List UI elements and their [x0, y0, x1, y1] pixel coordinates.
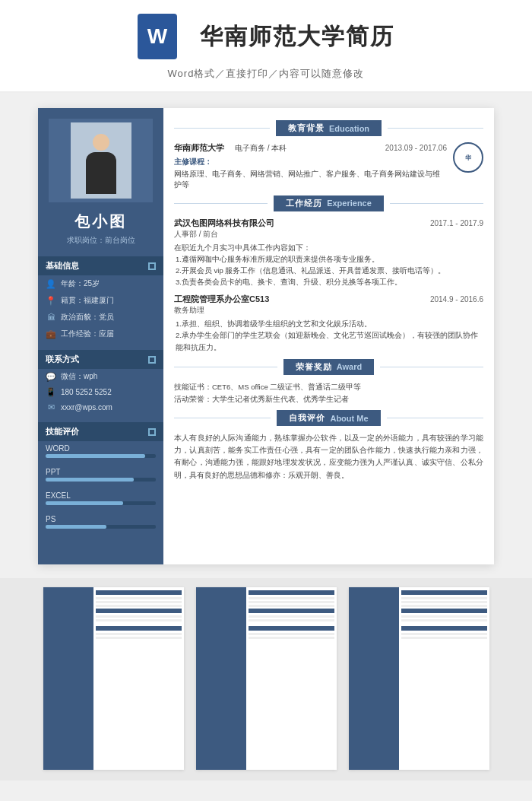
skill-excel-label: EXCEL [46, 491, 156, 500]
about-cn: 自我评价 [289, 412, 325, 424]
contact-section: 联系方式 [38, 350, 163, 369]
contact-email-text: xxxr@wps.com [61, 403, 112, 412]
banner-subtitle: Word格式／直接打印／内容可以随意修改 [168, 67, 365, 81]
skill-ppt-bar-bg [46, 478, 156, 482]
preview-section [0, 578, 532, 780]
skill-word-bar [46, 454, 145, 458]
award-en: Award [337, 362, 362, 371]
contact-phone-text: 180 5252 5252 [61, 388, 112, 396]
work-date-1: 2017.1 - 2017.9 [430, 219, 483, 227]
award-header: 荣誉奖励 Award [174, 359, 483, 375]
work-header-2: 工程院管理系办公室C513 2014.9 - 2016.6 [174, 294, 483, 305]
school-logo: 华 [453, 142, 483, 173]
info-origin-text: 籍贯：福建厦门 [61, 295, 114, 306]
logo-circle: 华 [453, 142, 483, 173]
contact-label: 联系方式 [46, 354, 79, 365]
skills-section: 技能评价 [38, 422, 163, 441]
skills-label: 技能评价 [46, 426, 79, 437]
skill-word-bar-bg [46, 454, 156, 458]
edu-line-right [388, 128, 483, 129]
contact-email: ✉ xxxr@wps.com [38, 399, 163, 415]
preview-card-1[interactable] [43, 587, 184, 770]
skill-word: WORD [38, 441, 163, 465]
person-target: 求职岗位：前台岗位 [46, 235, 156, 246]
basic-info-label: 基础信息 [46, 260, 79, 272]
award-section-box: 荣誉奖励 Award [283, 359, 374, 375]
edu-line-left [174, 128, 270, 129]
work-company-2: 工程院管理系办公室C513 [174, 294, 269, 305]
award-line-left [174, 367, 277, 367]
edu-date: 2013.09 - 2017.06 [385, 144, 447, 152]
work-desc-2-2: 2.承办学生会部门的学生艺联会（如迎新晚会、文化艺节巡回试晚会），有较强的团队协… [176, 329, 483, 352]
education-header: 教育背景 Education [174, 120, 483, 136]
skill-ppt-label: PPT [46, 468, 156, 476]
work-desc-2: 1.承担、组织、协调着级学生组织的文艺和文化娱乐活动。 2.承办学生会部门的学生… [174, 318, 483, 353]
skill-ppt-bar [46, 478, 134, 482]
name-area: 包小图 求职岗位：前台岗位 [38, 202, 163, 249]
photo-area [49, 119, 153, 202]
photo-figure [78, 134, 124, 199]
work-desc-intro: 在职近九个月实习中具体工作内容如下： [174, 242, 483, 253]
edu-content: 华 华南师范大学 电子商务 / 本科 2013.09 - 2017.06 主修课… [174, 142, 483, 191]
page-title: 华南师范大学简历 [200, 21, 394, 52]
about-header: 自我评价 About Me [174, 410, 483, 426]
word-icon [138, 14, 177, 59]
origin-icon: 📍 [46, 295, 56, 306]
contact-phone: 📱 180 5252 5252 [38, 384, 163, 399]
skill-ps-bar [46, 525, 106, 529]
person-body [86, 152, 116, 194]
sidebar: 包小图 求职岗位：前台岗位 基础信息 👤 年龄：25岁 📍 籍贯：福建厦门 🏛 … [38, 108, 163, 564]
phone-icon: 📱 [46, 386, 56, 397]
section-square-icon [148, 262, 156, 270]
award-line-right [380, 367, 483, 367]
about-line-left [174, 418, 271, 418]
work-desc-1-3: 3.负责各类会员卡的电、换卡、查询、升级、积分兑换等各项工作。 [176, 276, 483, 288]
work-date-2: 2014.9 - 2016.6 [430, 295, 483, 304]
about-en: About Me [330, 414, 368, 423]
work-item-2: 工程院管理系办公室C513 2014.9 - 2016.6 教务助理 1.承担、… [174, 294, 483, 353]
preview-card-3[interactable] [349, 587, 489, 770]
skill-ps-label: PS [46, 515, 156, 523]
info-politics: 🏛 政治面貌：党员 [38, 309, 163, 326]
work-dept-2: 教务助理 [174, 305, 483, 316]
work-header: 工作经历 Experience [174, 195, 483, 211]
edu-school: 华南师范大学 [174, 142, 227, 154]
info-age: 👤 年龄：25岁 [38, 275, 163, 292]
contact-square-icon [148, 356, 156, 364]
edu-row: 华南师范大学 电子商务 / 本科 2013.09 - 2017.06 [174, 142, 447, 154]
work-desc-2-1: 1.承担、组织、协调着级学生组织的文艺和文化娱乐活动。 [176, 318, 483, 329]
info-politics-text: 政治面貌：党员 [61, 312, 114, 323]
skill-ps: PS [38, 512, 163, 536]
work-company-1: 武汉包图网络科技有限公司 [174, 218, 274, 229]
edu-courses-label: 主修课程： [174, 157, 483, 167]
info-origin: 📍 籍贯：福建厦门 [38, 292, 163, 309]
skill-excel: EXCEL [38, 488, 163, 512]
contact-wechat: 💬 微信：wph [38, 369, 163, 384]
email-icon: ✉ [46, 402, 56, 412]
skill-excel-bar [46, 501, 123, 505]
skill-excel-bar-bg [46, 501, 156, 505]
skill-word-label: WORD [46, 444, 156, 453]
logo-text: 华 [465, 154, 471, 162]
award-cn: 荣誉奖励 [296, 361, 332, 373]
work-desc-1-1: 1.遵循网咖中心服务标准所规定的职责来提供各项专业服务。 [176, 253, 483, 265]
person-name: 包小图 [46, 211, 156, 232]
about-text: 本人有良好的人际沟通能力，熟练掌握办公软件，以及一定的外语能力，具有较强的学习能… [174, 432, 483, 482]
person-head [93, 134, 109, 151]
preview-row [15, 587, 517, 770]
preview-card-2[interactable] [196, 587, 337, 770]
resume-wrapper: 包小图 求职岗位：前台岗位 基础信息 👤 年龄：25岁 📍 籍贯：福建厦门 🏛 … [0, 93, 532, 572]
wechat-icon: 💬 [46, 371, 56, 382]
skills-square-icon [148, 428, 156, 436]
edu-courses: 网络原理、电子商务、网络营销、网站推广、客户服务、电子商务网站建设与维护等 [174, 169, 483, 191]
header-banner: 华南师范大学简历 Word格式／直接打印／内容可以随意修改 [0, 0, 532, 93]
work-line-right [390, 203, 483, 204]
edu-section-box: 教育背景 Education [276, 120, 382, 136]
resume-card: 包小图 求职岗位：前台岗位 基础信息 👤 年龄：25岁 📍 籍贯：福建厦门 🏛 … [38, 108, 494, 564]
about-section-box: 自我评价 About Me [277, 410, 380, 426]
skill-ps-bar-bg [46, 525, 156, 529]
work-dept-1: 人事部 / 前台 [174, 229, 483, 240]
skill-ppt: PPT [38, 465, 163, 488]
basic-info-section: 基础信息 [38, 256, 163, 275]
age-icon: 👤 [46, 278, 56, 289]
